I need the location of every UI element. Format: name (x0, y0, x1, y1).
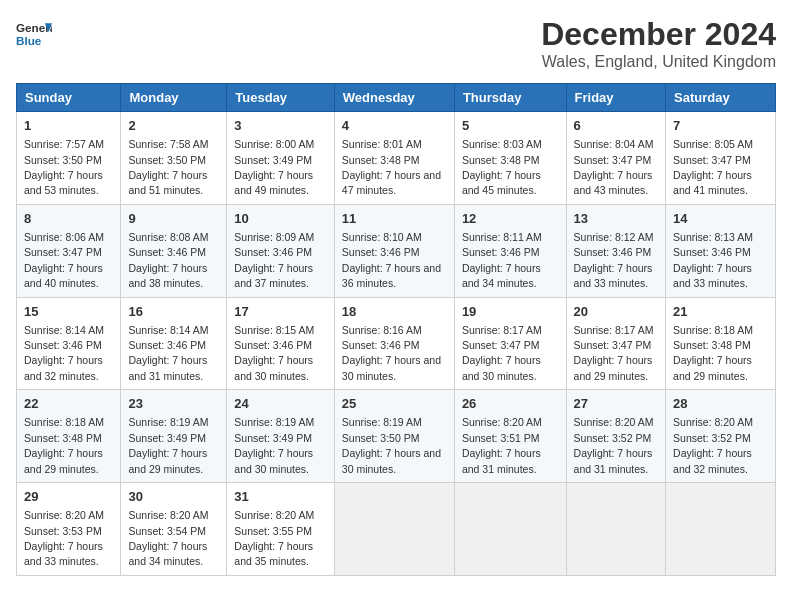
day-number: 13 (574, 210, 659, 228)
day-number: 18 (342, 303, 447, 321)
header-wednesday: Wednesday (334, 84, 454, 112)
cell-content: Sunrise: 8:18 AMSunset: 3:48 PMDaylight:… (24, 416, 104, 474)
day-number: 11 (342, 210, 447, 228)
logo: General Blue (16, 16, 52, 52)
page-header: General Blue December 2024 Wales, Englan… (16, 16, 776, 71)
day-number: 31 (234, 488, 326, 506)
calendar-cell: 27 Sunrise: 8:20 AMSunset: 3:52 PMDaylig… (566, 390, 666, 483)
day-number: 28 (673, 395, 768, 413)
week-row-4: 22 Sunrise: 8:18 AMSunset: 3:48 PMDaylig… (17, 390, 776, 483)
calendar-cell (666, 483, 776, 576)
cell-content: Sunrise: 8:03 AMSunset: 3:48 PMDaylight:… (462, 138, 542, 196)
day-number: 22 (24, 395, 113, 413)
day-number: 7 (673, 117, 768, 135)
day-number: 12 (462, 210, 559, 228)
calendar-cell: 6 Sunrise: 8:04 AMSunset: 3:47 PMDayligh… (566, 112, 666, 205)
day-number: 14 (673, 210, 768, 228)
calendar-cell: 12 Sunrise: 8:11 AMSunset: 3:46 PMDaylig… (454, 204, 566, 297)
cell-content: Sunrise: 8:18 AMSunset: 3:48 PMDaylight:… (673, 324, 753, 382)
calendar-cell: 26 Sunrise: 8:20 AMSunset: 3:51 PMDaylig… (454, 390, 566, 483)
calendar-cell: 3 Sunrise: 8:00 AMSunset: 3:49 PMDayligh… (227, 112, 334, 205)
calendar-cell: 30 Sunrise: 8:20 AMSunset: 3:54 PMDaylig… (121, 483, 227, 576)
cell-content: Sunrise: 7:57 AMSunset: 3:50 PMDaylight:… (24, 138, 104, 196)
calendar-cell: 13 Sunrise: 8:12 AMSunset: 3:46 PMDaylig… (566, 204, 666, 297)
cell-content: Sunrise: 8:13 AMSunset: 3:46 PMDaylight:… (673, 231, 753, 289)
calendar-cell: 28 Sunrise: 8:20 AMSunset: 3:52 PMDaylig… (666, 390, 776, 483)
calendar-cell: 2 Sunrise: 7:58 AMSunset: 3:50 PMDayligh… (121, 112, 227, 205)
day-number: 15 (24, 303, 113, 321)
day-number: 2 (128, 117, 219, 135)
svg-text:Blue: Blue (16, 34, 42, 47)
day-number: 16 (128, 303, 219, 321)
calendar-cell (566, 483, 666, 576)
day-number: 20 (574, 303, 659, 321)
calendar-cell: 7 Sunrise: 8:05 AMSunset: 3:47 PMDayligh… (666, 112, 776, 205)
title-block: December 2024 Wales, England, United Kin… (541, 16, 776, 71)
cell-content: Sunrise: 8:17 AMSunset: 3:47 PMDaylight:… (462, 324, 542, 382)
day-number: 26 (462, 395, 559, 413)
cell-content: Sunrise: 8:12 AMSunset: 3:46 PMDaylight:… (574, 231, 654, 289)
calendar-cell: 17 Sunrise: 8:15 AMSunset: 3:46 PMDaylig… (227, 297, 334, 390)
calendar-cell: 19 Sunrise: 8:17 AMSunset: 3:47 PMDaylig… (454, 297, 566, 390)
calendar-cell: 25 Sunrise: 8:19 AMSunset: 3:50 PMDaylig… (334, 390, 454, 483)
calendar-cell (334, 483, 454, 576)
day-number: 23 (128, 395, 219, 413)
cell-content: Sunrise: 8:15 AMSunset: 3:46 PMDaylight:… (234, 324, 314, 382)
header-friday: Friday (566, 84, 666, 112)
calendar-cell: 16 Sunrise: 8:14 AMSunset: 3:46 PMDaylig… (121, 297, 227, 390)
cell-content: Sunrise: 8:20 AMSunset: 3:55 PMDaylight:… (234, 509, 314, 567)
main-title: December 2024 (541, 16, 776, 53)
calendar-cell: 29 Sunrise: 8:20 AMSunset: 3:53 PMDaylig… (17, 483, 121, 576)
calendar-cell: 5 Sunrise: 8:03 AMSunset: 3:48 PMDayligh… (454, 112, 566, 205)
day-number: 9 (128, 210, 219, 228)
calendar-cell: 9 Sunrise: 8:08 AMSunset: 3:46 PMDayligh… (121, 204, 227, 297)
cell-content: Sunrise: 8:20 AMSunset: 3:54 PMDaylight:… (128, 509, 208, 567)
calendar-cell: 18 Sunrise: 8:16 AMSunset: 3:46 PMDaylig… (334, 297, 454, 390)
cell-content: Sunrise: 8:10 AMSunset: 3:46 PMDaylight:… (342, 231, 441, 289)
cell-content: Sunrise: 8:01 AMSunset: 3:48 PMDaylight:… (342, 138, 441, 196)
cell-content: Sunrise: 8:00 AMSunset: 3:49 PMDaylight:… (234, 138, 314, 196)
day-number: 3 (234, 117, 326, 135)
cell-content: Sunrise: 8:06 AMSunset: 3:47 PMDaylight:… (24, 231, 104, 289)
cell-content: Sunrise: 8:05 AMSunset: 3:47 PMDaylight:… (673, 138, 753, 196)
cell-content: Sunrise: 8:19 AMSunset: 3:50 PMDaylight:… (342, 416, 441, 474)
day-number: 6 (574, 117, 659, 135)
calendar-cell (454, 483, 566, 576)
day-number: 17 (234, 303, 326, 321)
cell-content: Sunrise: 8:16 AMSunset: 3:46 PMDaylight:… (342, 324, 441, 382)
week-row-3: 15 Sunrise: 8:14 AMSunset: 3:46 PMDaylig… (17, 297, 776, 390)
calendar-cell: 22 Sunrise: 8:18 AMSunset: 3:48 PMDaylig… (17, 390, 121, 483)
calendar-cell: 4 Sunrise: 8:01 AMSunset: 3:48 PMDayligh… (334, 112, 454, 205)
week-row-2: 8 Sunrise: 8:06 AMSunset: 3:47 PMDayligh… (17, 204, 776, 297)
day-number: 5 (462, 117, 559, 135)
day-number: 24 (234, 395, 326, 413)
header-saturday: Saturday (666, 84, 776, 112)
day-number: 29 (24, 488, 113, 506)
cell-content: Sunrise: 8:20 AMSunset: 3:52 PMDaylight:… (673, 416, 753, 474)
calendar-cell: 31 Sunrise: 8:20 AMSunset: 3:55 PMDaylig… (227, 483, 334, 576)
subtitle: Wales, England, United Kingdom (541, 53, 776, 71)
day-number: 4 (342, 117, 447, 135)
calendar-cell: 20 Sunrise: 8:17 AMSunset: 3:47 PMDaylig… (566, 297, 666, 390)
cell-content: Sunrise: 8:20 AMSunset: 3:53 PMDaylight:… (24, 509, 104, 567)
cell-content: Sunrise: 8:20 AMSunset: 3:52 PMDaylight:… (574, 416, 654, 474)
calendar-cell: 8 Sunrise: 8:06 AMSunset: 3:47 PMDayligh… (17, 204, 121, 297)
cell-content: Sunrise: 8:11 AMSunset: 3:46 PMDaylight:… (462, 231, 542, 289)
day-number: 27 (574, 395, 659, 413)
day-number: 19 (462, 303, 559, 321)
calendar-table: SundayMondayTuesdayWednesdayThursdayFrid… (16, 83, 776, 576)
cell-content: Sunrise: 8:19 AMSunset: 3:49 PMDaylight:… (128, 416, 208, 474)
cell-content: Sunrise: 8:09 AMSunset: 3:46 PMDaylight:… (234, 231, 314, 289)
cell-content: Sunrise: 8:14 AMSunset: 3:46 PMDaylight:… (24, 324, 104, 382)
header-sunday: Sunday (17, 84, 121, 112)
day-number: 1 (24, 117, 113, 135)
week-row-1: 1 Sunrise: 7:57 AMSunset: 3:50 PMDayligh… (17, 112, 776, 205)
calendar-cell: 15 Sunrise: 8:14 AMSunset: 3:46 PMDaylig… (17, 297, 121, 390)
day-number: 8 (24, 210, 113, 228)
days-header-row: SundayMondayTuesdayWednesdayThursdayFrid… (17, 84, 776, 112)
day-number: 10 (234, 210, 326, 228)
calendar-cell: 23 Sunrise: 8:19 AMSunset: 3:49 PMDaylig… (121, 390, 227, 483)
calendar-cell: 10 Sunrise: 8:09 AMSunset: 3:46 PMDaylig… (227, 204, 334, 297)
calendar-cell: 21 Sunrise: 8:18 AMSunset: 3:48 PMDaylig… (666, 297, 776, 390)
calendar-cell: 11 Sunrise: 8:10 AMSunset: 3:46 PMDaylig… (334, 204, 454, 297)
